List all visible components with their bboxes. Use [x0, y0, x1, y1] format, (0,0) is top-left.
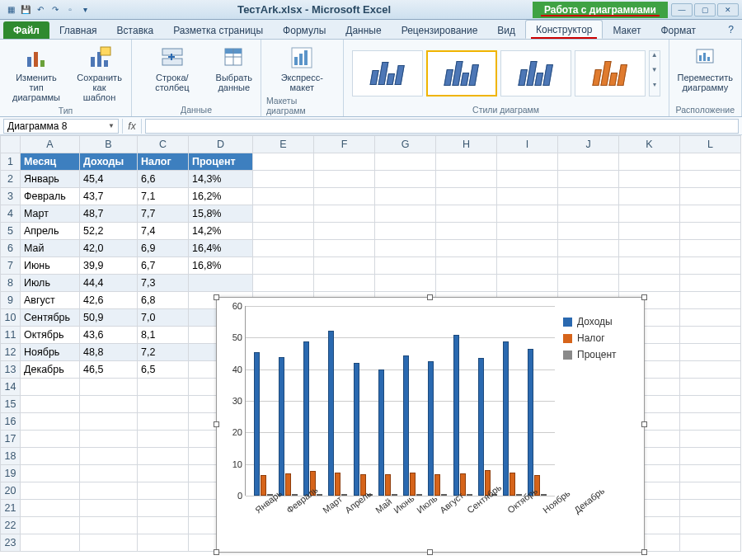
cell[interactable]	[314, 171, 375, 188]
cell[interactable]	[436, 257, 497, 275]
cell[interactable]	[619, 205, 680, 223]
cell[interactable]	[680, 413, 741, 431]
tab-chart-format[interactable]: Формат	[650, 21, 706, 39]
cell[interactable]	[80, 500, 138, 517]
bar-Налог[interactable]	[261, 475, 266, 496]
cell[interactable]: 42,0	[80, 240, 138, 257]
cell[interactable]	[680, 379, 741, 396]
embedded-chart[interactable]: 0 10 20 30 40 50 60 ЯнварьФевральМартАпр…	[216, 297, 645, 553]
cell[interactable]: 6,5	[138, 361, 189, 379]
cell[interactable]	[21, 431, 80, 448]
bar-Доходы[interactable]	[428, 361, 434, 496]
cell[interactable]	[558, 240, 619, 257]
cell[interactable]	[314, 257, 375, 275]
row-header[interactable]: 15	[1, 396, 21, 413]
cell[interactable]: Май	[21, 240, 80, 257]
cell[interactable]	[138, 396, 189, 413]
new-icon[interactable]: ▫	[64, 4, 76, 16]
cell[interactable]	[314, 240, 375, 257]
cell[interactable]	[680, 153, 741, 171]
cell[interactable]	[253, 257, 314, 275]
cell[interactable]	[680, 275, 741, 292]
row-header[interactable]: 10	[1, 309, 21, 327]
bar-Доходы[interactable]	[303, 341, 309, 496]
cell[interactable]	[497, 188, 558, 205]
cell[interactable]: 7,1	[138, 188, 189, 205]
cell[interactable]	[314, 153, 375, 171]
bar-Доходы[interactable]	[279, 357, 284, 496]
cell[interactable]	[314, 275, 375, 292]
cell[interactable]	[21, 413, 80, 431]
cell[interactable]: Июнь	[21, 257, 80, 275]
bar-Процент[interactable]	[292, 494, 298, 496]
cell[interactable]	[80, 448, 138, 465]
bar-Налог[interactable]	[410, 473, 416, 496]
cell[interactable]	[497, 223, 558, 240]
close-button[interactable]: ✕	[717, 3, 739, 16]
col-header-B[interactable]: B	[80, 136, 138, 153]
cell[interactable]	[680, 517, 741, 534]
cell[interactable]	[680, 482, 741, 500]
cell[interactable]: 39,9	[80, 257, 138, 275]
row-header[interactable]: 14	[1, 379, 21, 396]
cell[interactable]	[680, 361, 741, 379]
cell[interactable]: Налог	[138, 153, 189, 171]
legend-item[interactable]: Процент	[563, 349, 637, 360]
row-header[interactable]: 2	[1, 171, 21, 188]
cell[interactable]	[80, 413, 138, 431]
cell[interactable]	[619, 257, 680, 275]
cell[interactable]	[375, 275, 436, 292]
name-box[interactable]: Диаграмма 8 ▼	[3, 119, 119, 134]
cell[interactable]	[138, 431, 189, 448]
save-icon[interactable]: 💾	[20, 4, 31, 16]
chart-style-1[interactable]	[352, 50, 423, 96]
row-header[interactable]: 13	[1, 361, 21, 379]
tab-formulas[interactable]: Формулы	[273, 21, 336, 39]
row-header[interactable]: 18	[1, 448, 21, 465]
cell[interactable]: 16,8%	[189, 257, 253, 275]
bar-Процент[interactable]	[541, 494, 547, 496]
bar-Доходы[interactable]	[478, 358, 484, 496]
cell[interactable]	[375, 257, 436, 275]
cell[interactable]	[253, 223, 314, 240]
plot-area[interactable]: 0 10 20 30 40 50 60	[245, 306, 555, 496]
cell[interactable]	[680, 431, 741, 448]
bar-Доходы[interactable]	[328, 331, 334, 496]
row-header[interactable]: 17	[1, 431, 21, 448]
cell[interactable]	[375, 223, 436, 240]
cell[interactable]	[138, 448, 189, 465]
cell[interactable]: 43,7	[80, 188, 138, 205]
cell[interactable]: 50,9	[80, 309, 138, 327]
cell[interactable]	[21, 379, 80, 396]
bar-Доходы[interactable]	[528, 349, 533, 496]
cell[interactable]	[138, 534, 189, 552]
cell[interactable]	[680, 327, 741, 344]
cell[interactable]	[436, 205, 497, 223]
more-icon[interactable]: ▾	[650, 81, 660, 96]
bar-Доходы[interactable]	[503, 341, 509, 496]
legend-item[interactable]: Налог	[563, 332, 637, 344]
cell[interactable]	[375, 171, 436, 188]
cell[interactable]: 6,9	[138, 240, 189, 257]
col-header-H[interactable]: H	[436, 136, 497, 153]
cell[interactable]: Процент	[189, 153, 253, 171]
cell[interactable]	[436, 223, 497, 240]
cell[interactable]	[619, 153, 680, 171]
bar-Налог[interactable]	[434, 474, 440, 496]
legend-item[interactable]: Доходы	[563, 316, 637, 327]
cell[interactable]: 8,1	[138, 327, 189, 344]
cell[interactable]: 44,4	[80, 275, 138, 292]
row-header[interactable]: 7	[1, 257, 21, 275]
cell[interactable]	[558, 257, 619, 275]
cell[interactable]: Месяц	[21, 153, 80, 171]
col-header-J[interactable]: J	[558, 136, 619, 153]
cell[interactable]	[680, 448, 741, 465]
cell[interactable]	[497, 257, 558, 275]
cell[interactable]: Март	[21, 205, 80, 223]
cell[interactable]: 48,8	[80, 344, 138, 361]
col-header-C[interactable]: C	[138, 136, 189, 153]
cell[interactable]: 7,4	[138, 223, 189, 240]
cell[interactable]	[138, 500, 189, 517]
bar-Доходы[interactable]	[254, 352, 260, 496]
cell[interactable]	[680, 257, 741, 275]
